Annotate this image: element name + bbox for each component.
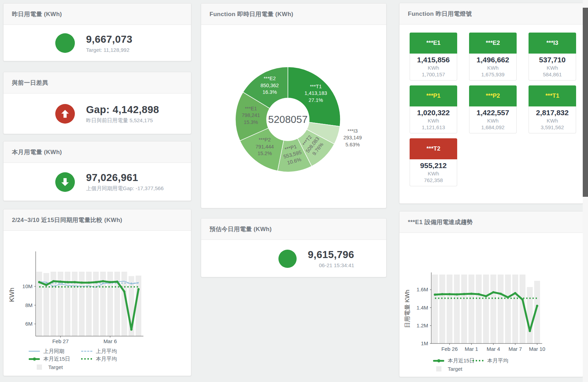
tile-unit: KWh <box>410 65 457 71</box>
target-bar <box>86 272 92 336</box>
tile-unit: KWh <box>469 118 516 124</box>
gap-subtitle: 昨日與前日用電量 5,524,175 <box>86 117 159 124</box>
legend-item-Target[interactable]: Target <box>34 364 63 370</box>
y-tick-label: 1.4M <box>417 305 428 311</box>
card-lights: Function 昨日用電燈號 ***E11,415,856KWh1,700,1… <box>399 3 583 204</box>
series-point[interactable] <box>137 288 140 290</box>
target-bar <box>527 287 533 343</box>
series-point[interactable] <box>500 293 502 295</box>
card-e1-trend: ***E1 設備用電達成趨勢 1M1.2M1.4M1.6MFeb 26Mar 1… <box>399 211 583 377</box>
series-point[interactable] <box>485 295 487 297</box>
tile-target: 1,675,939 <box>469 71 516 77</box>
series-point[interactable] <box>81 282 83 284</box>
tile-body: 537,710KWh584,861 <box>529 54 576 81</box>
donut-label-I3: ***I3293,1495.63% <box>343 128 362 147</box>
legend-label: 上月平均 <box>96 348 117 355</box>
target-bar <box>512 275 518 343</box>
y-tick-label: 1.6M <box>417 286 428 292</box>
series-point[interactable] <box>95 281 97 283</box>
x-tick-label: Mar 1 <box>465 346 478 352</box>
series-point[interactable] <box>492 291 494 293</box>
series-point[interactable] <box>66 281 69 283</box>
legend-thick-line-icon <box>29 358 40 360</box>
target-bar <box>43 273 49 336</box>
y-tick-label: 8M <box>25 302 33 308</box>
series-point[interactable] <box>130 328 132 331</box>
y-axis-title: 日用電量 KWh <box>404 290 411 328</box>
y-tick-label: 1M <box>421 340 428 346</box>
target-bar <box>505 275 511 343</box>
series-point[interactable] <box>441 293 443 295</box>
tile-value: 1,496,662 <box>469 56 516 64</box>
legend-dashed-icon <box>81 351 92 352</box>
legend-item-本月近15日[interactable]: 本月近15日 <box>29 356 70 362</box>
series-point[interactable] <box>45 284 47 286</box>
series-point[interactable] <box>477 293 480 295</box>
card-header: 本月用電量 (KWh) <box>3 141 191 163</box>
card-title: 與前一日差異 <box>12 79 48 87</box>
legend-item-本月平均[interactable]: 本月平均 <box>473 357 508 364</box>
tile-label: ***P1 <box>410 85 457 106</box>
tile-target: 584,861 <box>529 71 576 77</box>
series-point[interactable] <box>529 330 531 332</box>
legend-item-上月平均[interactable]: 上月平均 <box>81 348 117 354</box>
stat-row: 97,026,961 上個月同期用電Gap: -17,377,566 <box>3 163 191 201</box>
legend-thick-line-icon <box>433 360 444 362</box>
series-point[interactable] <box>463 293 465 295</box>
target-bar <box>439 275 445 343</box>
compare-line-chart[interactable]: 6M8M10MFeb 27Mar 6KWh <box>3 230 191 360</box>
x-tick-label: Mar 10 <box>529 346 545 352</box>
tile-label: ***I3 <box>529 33 576 54</box>
legend-label: 本月近15日 <box>448 357 475 364</box>
card-realtime-donut: Function 即時日用電量 (KWh) ***T11,413,18327.1… <box>201 3 387 208</box>
legend-item-上月同期[interactable]: 上月同期 <box>29 348 64 354</box>
series-point[interactable] <box>88 282 90 284</box>
series-point[interactable] <box>102 280 104 282</box>
series-point[interactable] <box>456 293 458 296</box>
light-tile-E2: ***E21,496,662KWh1,675,939 <box>469 33 517 81</box>
status-circle-icon <box>278 250 297 268</box>
series-point[interactable] <box>109 281 111 283</box>
yesterday-value: 9,667,073 <box>86 34 133 45</box>
legend-label: 本月近15日 <box>43 356 70 362</box>
card-header: 昨日用電量 (KWh) <box>3 4 191 25</box>
series-point[interactable] <box>73 281 76 283</box>
series-point[interactable] <box>470 293 473 295</box>
tile-target: 1,684,092 <box>469 124 516 130</box>
e1-trend-chart[interactable]: 1M1.2M1.4M1.6MFeb 26Mar 1Mar 4Mar 7Mar 1… <box>399 232 583 362</box>
target-bar <box>483 275 489 343</box>
target-bar <box>490 275 496 343</box>
card-title: 2/24~3/10 近15日同期用電量比較 (KWh) <box>12 216 122 224</box>
legend-item-本月近15日[interactable]: 本月近15日 <box>433 357 475 364</box>
series-point[interactable] <box>123 290 125 292</box>
tile-body: 1,422,557KWh1,684,092 <box>469 106 517 133</box>
month-gap: 上個月同期用電Gap: -17,377,566 <box>86 185 164 192</box>
card-title: 預估今日用電量 (KWh) <box>210 225 272 233</box>
light-tile-P2: ***P21,422,557KWh1,684,092 <box>469 85 517 133</box>
target-bar <box>461 275 467 343</box>
legend-label: 本月平均 <box>96 356 117 362</box>
tile-value: 2,817,832 <box>529 109 576 117</box>
series-point[interactable] <box>514 292 516 294</box>
series-point[interactable] <box>536 305 538 307</box>
legend-item-Target[interactable]: Target <box>433 366 462 372</box>
tile-unit: KWh <box>469 65 516 71</box>
realtime-donut-chart[interactable]: ***T11,413,18327.1%***I3293,1495.63%***T… <box>201 25 386 208</box>
legend-label: 上月同期 <box>43 348 64 355</box>
legend-item-本月平均[interactable]: 本月平均 <box>81 356 117 362</box>
x-tick-label: Feb 26 <box>441 346 458 352</box>
tile-target: 3,591,562 <box>529 124 576 130</box>
tile-unit: KWh <box>529 65 576 71</box>
card-month-usage: 本月用電量 (KWh) 97,026,961 上個月同期用電Gap: -17,3… <box>3 141 191 201</box>
series-point[interactable] <box>38 281 40 283</box>
series-point[interactable] <box>59 280 62 283</box>
tile-value: 1,422,557 <box>469 109 516 117</box>
scrollbar-track[interactable] <box>583 0 588 382</box>
tile-label: ***T2 <box>410 138 457 159</box>
scrollbar-thumb[interactable] <box>583 8 588 197</box>
series-point[interactable] <box>116 280 118 283</box>
series-point[interactable] <box>52 280 54 282</box>
series-point[interactable] <box>434 293 436 296</box>
card-header: 預估今日用電量 (KWh) <box>201 218 386 240</box>
series-point[interactable] <box>448 293 451 295</box>
